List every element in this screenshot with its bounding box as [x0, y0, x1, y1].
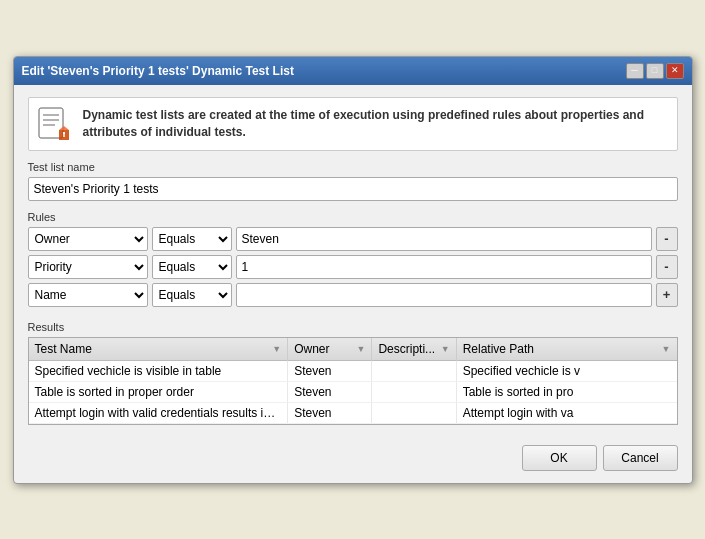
col-header-relpath[interactable]: Relative Path ▼	[456, 338, 676, 361]
dialog-body: Dynamic test lists are created at the ti…	[14, 85, 692, 437]
rule-2-value-input[interactable]	[236, 255, 652, 279]
col-header-desc[interactable]: Descripti... ▼	[372, 338, 456, 361]
sort-icon-owner: ▼	[357, 344, 366, 354]
dialog-footer: OK Cancel	[14, 437, 692, 483]
cell-desc-2	[372, 381, 456, 402]
rules-section: Rules OwnerPriorityNameDescription Equal…	[28, 211, 678, 311]
test-list-name-label: Test list name	[28, 161, 678, 173]
title-bar-buttons: ─ □ ✕	[626, 63, 684, 79]
cell-relpath-3: Attempt login with va	[456, 402, 676, 423]
rule-3-add-button[interactable]: +	[656, 283, 678, 307]
test-list-name-section: Test list name	[28, 161, 678, 201]
rule-3-value-input[interactable]	[236, 283, 652, 307]
rule-1-value-input[interactable]	[236, 227, 652, 251]
results-table-wrapper: Test Name ▼ Owner ▼	[28, 337, 678, 425]
dialog-window: Edit 'Steven's Priority 1 tests' Dynamic…	[13, 56, 693, 484]
table-header-row: Test Name ▼ Owner ▼	[29, 338, 677, 361]
col-header-testname[interactable]: Test Name ▼	[29, 338, 288, 361]
cell-owner-1: Steven	[288, 360, 372, 381]
header-description: Dynamic test lists are created at the ti…	[83, 107, 669, 141]
rule-1-remove-button[interactable]: -	[656, 227, 678, 251]
rule-row-1: OwnerPriorityNameDescription EqualsNot E…	[28, 227, 678, 251]
maximize-button[interactable]: □	[646, 63, 664, 79]
table-row[interactable]: Table is sorted in proper order Steven T…	[29, 381, 677, 402]
rule-2-field-select[interactable]: OwnerPriorityNameDescription	[28, 255, 148, 279]
table-row[interactable]: Attempt login with valid credentials res…	[29, 402, 677, 423]
rule-3-operator-select[interactable]: EqualsNot EqualsContains	[152, 283, 232, 307]
sort-icon-relpath: ▼	[662, 344, 671, 354]
cancel-button[interactable]: Cancel	[603, 445, 678, 471]
sort-icon-testname: ▼	[272, 344, 281, 354]
results-label: Results	[28, 321, 678, 333]
rule-2-operator-select[interactable]: EqualsNot EqualsContains	[152, 255, 232, 279]
col-header-owner[interactable]: Owner ▼	[288, 338, 372, 361]
cell-desc-3	[372, 402, 456, 423]
rule-2-remove-button[interactable]: -	[656, 255, 678, 279]
rules-label: Rules	[28, 211, 678, 223]
cell-testname-1: Specified vechicle is visible in table	[29, 360, 288, 381]
title-bar: Edit 'Steven's Priority 1 tests' Dynamic…	[14, 57, 692, 85]
table-row[interactable]: Specified vechicle is visible in table S…	[29, 360, 677, 381]
cell-owner-3: Steven	[288, 402, 372, 423]
cell-relpath-2: Table is sorted in pro	[456, 381, 676, 402]
header-section: Dynamic test lists are created at the ti…	[28, 97, 678, 151]
rule-row-3: OwnerPriorityNameDescription EqualsNot E…	[28, 283, 678, 307]
cell-desc-1	[372, 360, 456, 381]
rule-1-field-select[interactable]: OwnerPriorityNameDescription	[28, 227, 148, 251]
rule-3-field-select[interactable]: OwnerPriorityNameDescription	[28, 283, 148, 307]
results-section: Results Test Name ▼	[28, 321, 678, 425]
results-table: Test Name ▼ Owner ▼	[29, 338, 677, 424]
close-button[interactable]: ✕	[666, 63, 684, 79]
rule-1-operator-select[interactable]: EqualsNot EqualsContains	[152, 227, 232, 251]
test-list-name-input[interactable]	[28, 177, 678, 201]
minimize-button[interactable]: ─	[626, 63, 644, 79]
sort-icon-desc: ▼	[441, 344, 450, 354]
cell-relpath-1: Specified vechicle is v	[456, 360, 676, 381]
cell-owner-2: Steven	[288, 381, 372, 402]
ok-button[interactable]: OK	[522, 445, 597, 471]
cell-testname-2: Table is sorted in proper order	[29, 381, 288, 402]
rule-row-2: OwnerPriorityNameDescription EqualsNot E…	[28, 255, 678, 279]
cell-testname-3: Attempt login with valid credentials res…	[29, 402, 288, 423]
dialog-title: Edit 'Steven's Priority 1 tests' Dynamic…	[22, 64, 294, 78]
dynamic-list-icon	[37, 106, 73, 142]
